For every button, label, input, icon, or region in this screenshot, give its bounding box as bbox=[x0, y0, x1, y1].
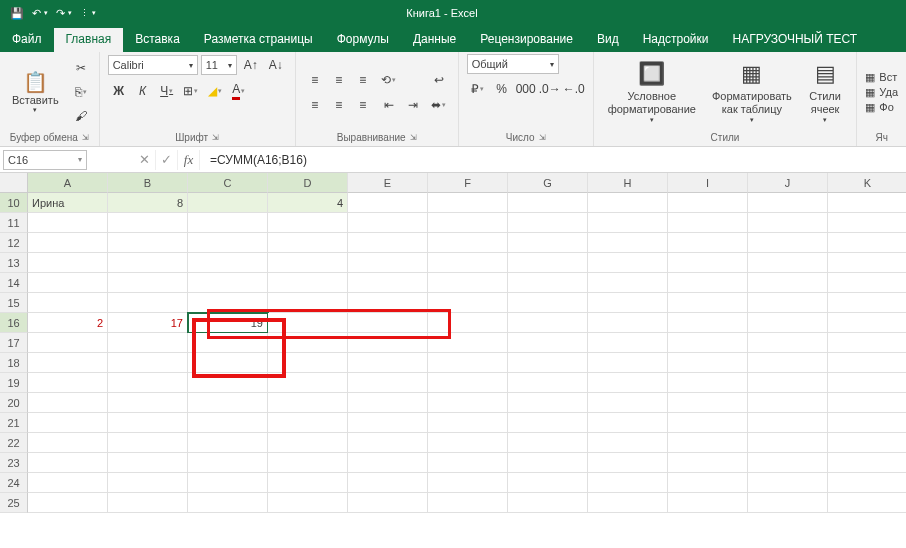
cell[interactable] bbox=[428, 413, 508, 433]
cell[interactable] bbox=[508, 433, 588, 453]
cell[interactable] bbox=[428, 353, 508, 373]
cell[interactable] bbox=[28, 393, 108, 413]
cell[interactable] bbox=[828, 233, 906, 253]
cell[interactable] bbox=[668, 413, 748, 433]
cell[interactable] bbox=[748, 433, 828, 453]
cell[interactable] bbox=[28, 253, 108, 273]
currency-icon[interactable]: ₽ bbox=[467, 78, 489, 100]
font-size-select[interactable]: 11▾ bbox=[201, 55, 237, 75]
cell[interactable] bbox=[28, 373, 108, 393]
cell[interactable] bbox=[588, 293, 668, 313]
cell[interactable] bbox=[188, 193, 268, 213]
row-header[interactable]: 12 bbox=[0, 233, 28, 253]
cell[interactable] bbox=[828, 273, 906, 293]
cell[interactable] bbox=[108, 373, 188, 393]
cell[interactable] bbox=[428, 273, 508, 293]
column-header[interactable]: C bbox=[188, 173, 268, 193]
cell[interactable] bbox=[268, 293, 348, 313]
cell[interactable] bbox=[748, 253, 828, 273]
cell[interactable] bbox=[188, 253, 268, 273]
cell[interactable]: 17 bbox=[108, 313, 188, 333]
decrease-indent-icon[interactable]: ⇤ bbox=[378, 94, 400, 116]
cell[interactable] bbox=[508, 393, 588, 413]
cell[interactable] bbox=[268, 473, 348, 493]
align-bottom-icon[interactable]: ≡ bbox=[352, 69, 374, 91]
cell[interactable] bbox=[268, 313, 348, 333]
cell[interactable] bbox=[588, 453, 668, 473]
cell[interactable] bbox=[28, 333, 108, 353]
dialog-launcher-icon[interactable]: ⇲ bbox=[410, 133, 417, 142]
cell[interactable] bbox=[428, 473, 508, 493]
cell[interactable] bbox=[268, 433, 348, 453]
align-middle-icon[interactable]: ≡ bbox=[328, 69, 350, 91]
cell[interactable] bbox=[428, 213, 508, 233]
cell[interactable] bbox=[348, 333, 428, 353]
cell[interactable] bbox=[28, 453, 108, 473]
cell[interactable] bbox=[588, 253, 668, 273]
cell[interactable] bbox=[108, 253, 188, 273]
column-header[interactable]: H bbox=[588, 173, 668, 193]
cell[interactable] bbox=[348, 453, 428, 473]
tab-view[interactable]: Вид bbox=[585, 28, 631, 52]
row-header[interactable]: 18 bbox=[0, 353, 28, 373]
column-header[interactable]: F bbox=[428, 173, 508, 193]
cell[interactable] bbox=[428, 493, 508, 513]
cell[interactable] bbox=[668, 273, 748, 293]
cell[interactable] bbox=[588, 193, 668, 213]
cell[interactable] bbox=[748, 453, 828, 473]
cell[interactable] bbox=[188, 273, 268, 293]
cell[interactable] bbox=[508, 333, 588, 353]
cell[interactable] bbox=[748, 273, 828, 293]
cell[interactable] bbox=[188, 433, 268, 453]
cell[interactable] bbox=[748, 313, 828, 333]
wrap-text-button[interactable]: ↩ bbox=[428, 69, 450, 91]
cell[interactable] bbox=[28, 293, 108, 313]
fx-icon[interactable]: fx bbox=[178, 150, 200, 170]
cell[interactable] bbox=[268, 233, 348, 253]
column-header[interactable]: D bbox=[268, 173, 348, 193]
undo-icon[interactable]: ↶ ▾ bbox=[32, 4, 50, 22]
cancel-formula-icon[interactable]: ✕ bbox=[134, 150, 156, 170]
row-header[interactable]: 20 bbox=[0, 393, 28, 413]
cell[interactable] bbox=[108, 433, 188, 453]
fill-color-button[interactable]: ◢ bbox=[204, 80, 226, 102]
cell[interactable] bbox=[108, 333, 188, 353]
delete-cells-button[interactable]: ▦ Уда bbox=[865, 86, 898, 99]
tab-data[interactable]: Данные bbox=[401, 28, 468, 52]
underline-button[interactable]: Ч bbox=[156, 80, 178, 102]
cell[interactable] bbox=[828, 433, 906, 453]
comma-icon[interactable]: 000 bbox=[515, 78, 537, 100]
cell[interactable] bbox=[668, 193, 748, 213]
cell[interactable] bbox=[828, 333, 906, 353]
increase-font-icon[interactable]: A↑ bbox=[240, 54, 262, 76]
row-header[interactable]: 10 bbox=[0, 193, 28, 213]
cell[interactable] bbox=[428, 333, 508, 353]
cell[interactable] bbox=[348, 393, 428, 413]
cell[interactable] bbox=[668, 213, 748, 233]
cell[interactable] bbox=[188, 233, 268, 253]
row-header[interactable]: 16 bbox=[0, 313, 28, 333]
cell[interactable] bbox=[348, 253, 428, 273]
cell[interactable] bbox=[508, 253, 588, 273]
formula-input[interactable] bbox=[204, 150, 906, 170]
column-header[interactable]: B bbox=[108, 173, 188, 193]
cell[interactable] bbox=[188, 213, 268, 233]
cell[interactable] bbox=[268, 373, 348, 393]
name-box[interactable]: C16▾ bbox=[3, 150, 87, 170]
cut-icon[interactable]: ✂ bbox=[71, 58, 91, 78]
cell[interactable] bbox=[188, 493, 268, 513]
cell[interactable] bbox=[108, 273, 188, 293]
increase-indent-icon[interactable]: ⇥ bbox=[402, 94, 424, 116]
dialog-launcher-icon[interactable]: ⇲ bbox=[82, 133, 89, 142]
font-color-button[interactable]: A bbox=[228, 80, 250, 102]
insert-cells-button[interactable]: ▦ Вст bbox=[865, 71, 898, 84]
merge-button[interactable]: ⬌ bbox=[428, 94, 450, 116]
cell[interactable] bbox=[348, 313, 428, 333]
cell[interactable] bbox=[188, 373, 268, 393]
save-icon[interactable]: 💾 bbox=[8, 4, 26, 22]
cell[interactable] bbox=[348, 473, 428, 493]
cell[interactable] bbox=[348, 413, 428, 433]
row-header[interactable]: 15 bbox=[0, 293, 28, 313]
cell[interactable] bbox=[108, 393, 188, 413]
cell[interactable] bbox=[588, 353, 668, 373]
